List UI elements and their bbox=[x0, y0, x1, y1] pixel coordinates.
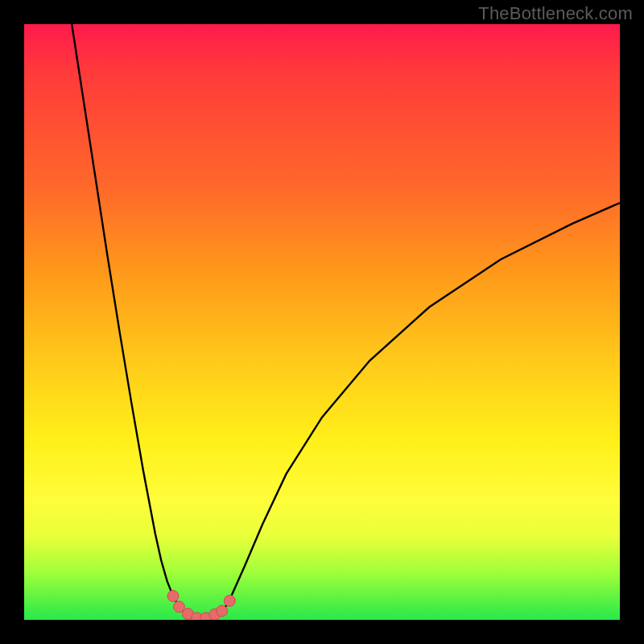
curve-left-branch bbox=[72, 24, 185, 613]
curve-layer bbox=[24, 24, 620, 620]
trough-marker bbox=[167, 590, 179, 601]
trough-markers bbox=[167, 590, 235, 620]
curve-right-branch bbox=[221, 203, 620, 613]
watermark-text: TheBottleneck.com bbox=[478, 3, 633, 24]
chart-frame: TheBottleneck.com bbox=[0, 0, 644, 644]
trough-marker bbox=[224, 595, 235, 606]
trough-marker bbox=[217, 605, 228, 617]
plot-area bbox=[24, 24, 620, 620]
